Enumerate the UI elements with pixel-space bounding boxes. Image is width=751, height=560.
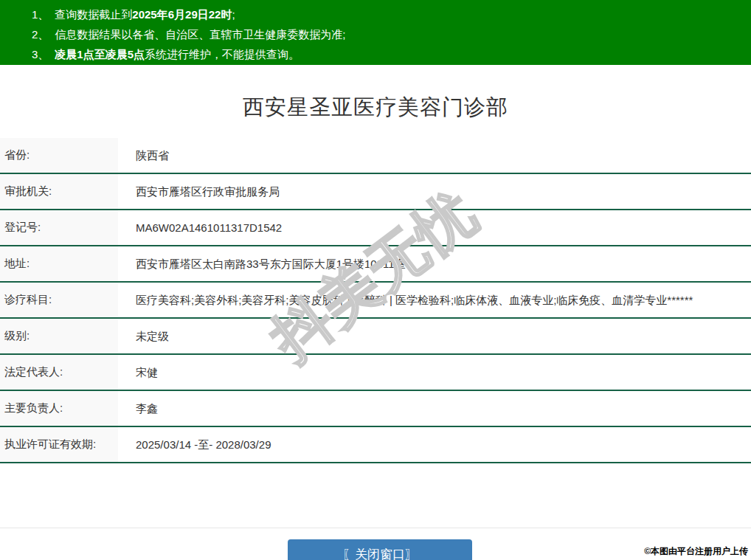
- close-window-button[interactable]: 〖关闭窗口〗: [288, 539, 472, 560]
- table-row-registration-number: 登记号: MA6W02A1461011317D1542: [0, 210, 751, 246]
- notice-line-3: 3、凌晨1点至凌晨5点系统进行维护，不能提供查询。: [32, 44, 744, 64]
- table-row-principal: 主要负责人: 李鑫: [0, 391, 751, 427]
- page-title: 西安星圣亚医疗美容门诊部: [0, 93, 751, 122]
- table-row-province: 省份: 陕西省: [0, 138, 751, 174]
- row-value: 医疗美容科;美容外科;美容牙科;美容皮肤科 | 麻醉科 | 医学检验科;临床体液…: [118, 283, 751, 317]
- notice-banner: 1、查询数据截止到2025年6月29日22时; 2、信息数据结果以各省、自治区、…: [0, 0, 751, 65]
- row-value: 陕西省: [118, 138, 751, 173]
- table-row-address: 地址: 西安市雁塔区太白南路33号东方国际大厦1号楼10311室: [0, 246, 751, 283]
- notice-number: 2、: [32, 28, 49, 41]
- notice-line-2: 2、信息数据结果以各省、自治区、直辖市卫生健康委数据为准;: [32, 24, 744, 44]
- row-label: 执业许可证有效期:: [0, 427, 118, 462]
- footer-divider: [0, 528, 751, 528]
- row-value: 李鑫: [118, 391, 751, 426]
- table-row-license-validity: 执业许可证有效期: 2025/03/14 -至- 2028/03/29: [0, 427, 751, 463]
- notice-text: 信息数据结果以各省、自治区、直辖市卫生健康委数据为准;: [55, 28, 345, 41]
- table-row-medical-subjects: 诊疗科目: 医疗美容科;美容外科;美容牙科;美容皮肤科 | 麻醉科 | 医学检验…: [0, 283, 751, 319]
- row-label: 主要负责人:: [0, 391, 118, 426]
- query-result-page: 1、查询数据截止到2025年6月29日22时; 2、信息数据结果以各省、自治区、…: [0, 0, 751, 560]
- row-label: 审批机关:: [0, 174, 118, 209]
- table-row-legal-representative: 法定代表人: 宋健: [0, 355, 751, 391]
- notice-text: ;: [232, 8, 235, 21]
- institution-info-table: 省份: 陕西省 审批机关: 西安市雁塔区行政审批服务局 登记号: MA6W02A…: [0, 138, 751, 463]
- table-row-level: 级别: 未定级: [0, 319, 751, 355]
- notice-text-bold: 凌晨1点至凌晨5点: [55, 48, 145, 61]
- row-label: 省份:: [0, 138, 118, 173]
- row-value: 西安市雁塔区行政审批服务局: [118, 174, 751, 209]
- row-value: 西安市雁塔区太白南路33号东方国际大厦1号楼10311室: [118, 246, 751, 281]
- notice-text: 查询数据截止到: [55, 8, 132, 21]
- row-label: 登记号:: [0, 210, 118, 245]
- row-value: MA6W02A1461011317D1542: [118, 210, 751, 245]
- copyright-notice: ©本图由平台注册用户上传: [644, 545, 748, 558]
- row-value: 未定级: [118, 319, 751, 353]
- notice-text-bold: 2025年6月29日22时: [132, 8, 232, 21]
- row-label: 级别:: [0, 319, 118, 353]
- notice-text: 系统进行维护，不能提供查询。: [145, 48, 300, 61]
- table-row-approval-authority: 审批机关: 西安市雁塔区行政审批服务局: [0, 174, 751, 210]
- row-label: 法定代表人:: [0, 355, 118, 390]
- row-label: 地址:: [0, 246, 118, 281]
- notice-number: 3、: [32, 48, 49, 61]
- notice-line-1: 1、查询数据截止到2025年6月29日22时;: [32, 4, 744, 24]
- notice-number: 1、: [32, 8, 49, 21]
- row-value: 2025/03/14 -至- 2028/03/29: [118, 427, 751, 462]
- row-label: 诊疗科目:: [0, 283, 118, 317]
- row-value: 宋健: [118, 355, 751, 390]
